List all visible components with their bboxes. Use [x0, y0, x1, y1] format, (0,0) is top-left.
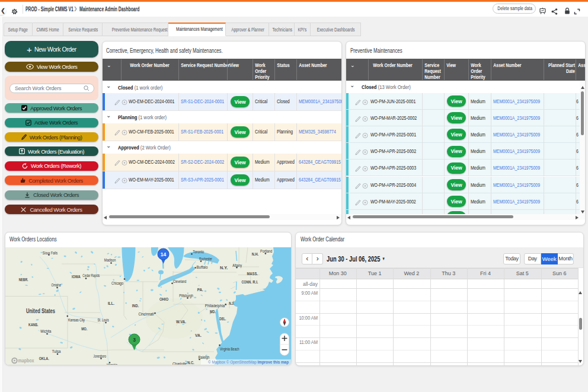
svg-text:Rochester: Rochester [199, 256, 212, 262]
svg-text:PA.: PA. [197, 288, 203, 292]
svg-text:mapbox: mapbox [18, 358, 34, 364]
svg-text:Cincinnati: Cincinnati [139, 311, 154, 317]
svg-text:Tulsa: Tulsa [52, 349, 61, 354]
svg-text:CONN.: CONN. [241, 280, 251, 284]
svg-text:Wichita: Wichita [40, 329, 52, 334]
svg-text:MO.: MO. [81, 327, 87, 331]
svg-text:VA.: VA. [195, 333, 202, 337]
svg-text:IND.: IND. [132, 304, 139, 308]
svg-text:W.VA.: W.VA. [176, 320, 186, 324]
svg-text:N.Y.: N.Y. [220, 266, 228, 270]
svg-text:Buffalo: Buffalo [197, 264, 208, 270]
svg-text:Toronto: Toronto [193, 249, 204, 254]
svg-text:Albany: Albany [232, 263, 242, 268]
svg-text:St. Louis: St. Louis [98, 317, 109, 323]
svg-text:14: 14 [161, 251, 167, 257]
svg-text:R.I.: R.I. [253, 280, 258, 284]
svg-text:Philadelphia: Philadelphia [205, 303, 225, 308]
svg-text:N.C.: N.C. [187, 361, 194, 365]
svg-text:KANS.: KANS. [28, 323, 39, 327]
svg-text:ILL.: ILL. [108, 301, 114, 305]
svg-text:Sioux Falls: Sioux Falls [43, 250, 57, 256]
svg-text:© Mapbox © OpenStreetMap Impro: © Mapbox © OpenStreetMap Improve this ma… [208, 359, 289, 365]
svg-text:Jonesboro: Jonesboro [94, 353, 107, 359]
svg-text:Virginia Beach: Virginia Beach [220, 346, 239, 352]
svg-text:IOWA: IOWA [72, 275, 81, 279]
svg-text:Charlotte: Charlotte [172, 361, 187, 365]
svg-text:3: 3 [133, 337, 136, 343]
svg-text:Portland: Portland [260, 248, 272, 254]
svg-text:Memphis: Memphis [107, 362, 117, 365]
svg-text:Cleveland: Cleveland [173, 279, 187, 284]
svg-text:Cedar Rapids: Cedar Rapids [82, 273, 100, 278]
svg-text:Pittsburgh: Pittsburgh [179, 293, 193, 298]
svg-text:United States: United States [26, 307, 55, 314]
svg-text:N.H.: N.H. [252, 252, 258, 256]
svg-text:DEL.: DEL. [219, 317, 226, 321]
svg-text:OKLA.: OKLA. [39, 356, 49, 361]
svg-text:NEBR.: NEBR. [19, 278, 28, 282]
svg-text:Omaha: Omaha [51, 282, 60, 288]
svg-text:OHIO: OHIO [159, 297, 169, 301]
svg-text:Chicago: Chicago [111, 281, 123, 286]
svg-text:N.J.: N.J. [229, 301, 234, 305]
svg-text:MASS.: MASS. [247, 272, 258, 276]
svg-text:Madison: Madison [104, 257, 116, 263]
svg-text:MD.: MD. [210, 310, 216, 314]
svg-text:Kansas City: Kansas City [68, 317, 85, 323]
